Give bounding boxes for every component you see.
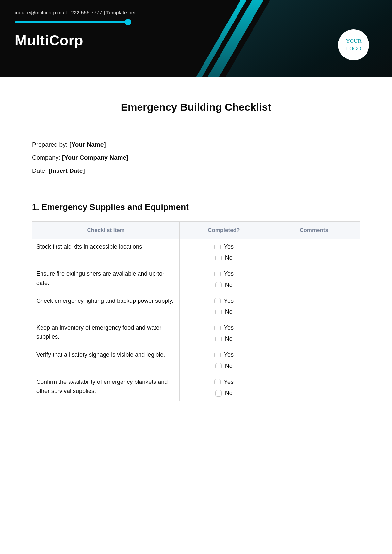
comments-cell[interactable] [268,266,360,293]
table-row: Confirm the availability of emergency bl… [32,374,360,401]
meta-company: Company: [Your Company Name] [32,154,360,161]
logo-text-line1: YOUR [346,38,361,44]
checklist-item-text: Keep an inventory of emergency food and … [32,320,180,347]
accent-bar [15,21,129,23]
yes-label: Yes [224,269,234,279]
meta-label: Date: [32,167,49,174]
document-header: inquire@multicorp.mail | 222 555 7777 | … [0,0,392,77]
section-heading: 1. Emergency Supplies and Equipment [32,202,360,212]
completed-cell: YesNo [180,374,268,401]
checkbox-yes[interactable] [214,352,221,358]
checkbox-no[interactable] [215,255,222,261]
table-row: Check emergency lighting and backup powe… [32,293,360,320]
comments-cell[interactable] [268,293,360,320]
yes-label: Yes [224,323,234,333]
completed-cell: YesNo [180,239,268,266]
document-body: Emergency Building Checklist Prepared by… [0,77,392,433]
no-label: No [225,307,233,317]
meta-value[interactable]: [Insert Date] [49,167,85,174]
completed-cell: YesNo [180,293,268,320]
completed-cell: YesNo [180,347,268,374]
col-header-item: Checklist Item [32,222,180,239]
table-row: Verify that all safety signage is visibl… [32,347,360,374]
checkbox-no[interactable] [215,363,222,369]
checkbox-no[interactable] [215,309,222,315]
divider [32,188,360,188]
divider [32,127,360,127]
logo-text-line2: LOGO [346,45,361,52]
no-label: No [225,362,233,371]
checkbox-no[interactable] [215,390,222,397]
checklist-item-text: Ensure fire extinguishers are available … [32,266,180,293]
checklist-item-text: Check emergency lighting and backup powe… [32,293,180,320]
checklist-item-text: Confirm the availability of emergency bl… [32,374,180,401]
no-label: No [225,253,233,263]
divider [32,416,360,416]
yes-label: Yes [224,242,234,252]
document-title: Emergency Building Checklist [32,101,360,113]
col-header-comments: Comments [268,222,360,239]
completed-cell: YesNo [180,266,268,293]
checkbox-yes[interactable] [214,325,221,331]
meta-value[interactable]: [Your Company Name] [62,154,128,161]
checklist-table: Checklist Item Completed? Comments Stock… [32,221,360,401]
checkbox-yes[interactable] [214,298,221,304]
logo-placeholder: YOUR LOGO [338,29,369,60]
comments-cell[interactable] [268,239,360,266]
checklist-item-text: Verify that all safety signage is visibl… [32,347,180,374]
meta-label: Company: [32,154,62,161]
checkbox-yes[interactable] [214,379,221,385]
checkbox-yes[interactable] [214,244,221,250]
no-label: No [225,281,233,290]
completed-cell: YesNo [180,320,268,347]
table-row: Keep an inventory of emergency food and … [32,320,360,347]
yes-label: Yes [224,350,234,360]
meta-prepared-by: Prepared by: [Your Name] [32,141,360,148]
comments-cell[interactable] [268,320,360,347]
col-header-completed: Completed? [180,222,268,239]
checklist-item-text: Stock first aid kits in accessible locat… [32,239,180,266]
meta-date: Date: [Insert Date] [32,167,360,174]
no-label: No [225,334,233,344]
comments-cell[interactable] [268,347,360,374]
yes-label: Yes [224,378,234,387]
checkbox-no[interactable] [215,282,222,288]
checkbox-yes[interactable] [214,271,221,277]
meta-value[interactable]: [Your Name] [69,141,106,148]
comments-cell[interactable] [268,374,360,401]
yes-label: Yes [224,297,234,306]
checkbox-no[interactable] [215,336,222,342]
table-row: Ensure fire extinguishers are available … [32,266,360,293]
no-label: No [225,389,233,398]
table-row: Stock first aid kits in accessible locat… [32,239,360,266]
meta-label: Prepared by: [32,141,69,148]
